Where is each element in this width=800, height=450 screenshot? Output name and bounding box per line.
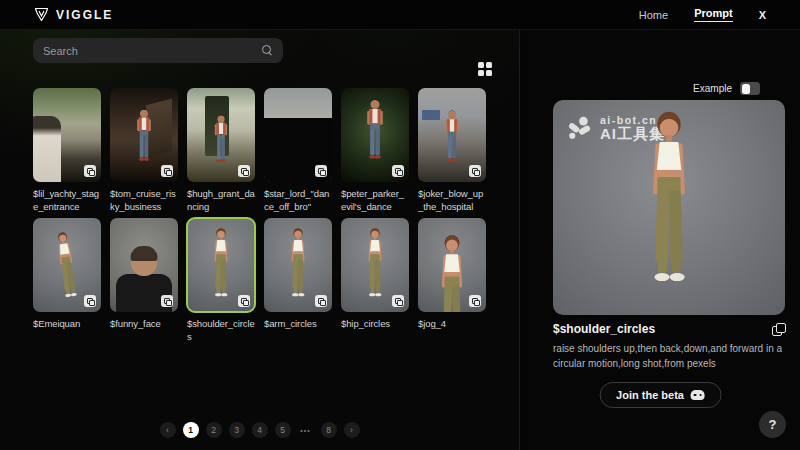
copy-icon[interactable] [469, 295, 481, 307]
page-prev-button[interactable]: ‹ [160, 422, 176, 438]
thumbnail[interactable] [418, 88, 486, 182]
template-shoulder-circles[interactable]: $shoulder_circles [187, 218, 255, 343]
template-label: $star_lord_"dance_off_bro" [264, 187, 332, 213]
viggle-v-icon [34, 7, 49, 22]
template-star-lord[interactable]: $star_lord_"dance_off_bro" [264, 88, 332, 213]
template-hugh-grant[interactable]: $hugh_grant_dancing [187, 88, 255, 213]
template-gallery: $lil_yachty_stage_entrance $tom_cruise_r… [33, 88, 489, 343]
discord-icon [691, 390, 705, 400]
preview-title-row: $shoulder_circles [553, 322, 785, 336]
template-hip-circles[interactable]: $hip_circles [341, 218, 409, 343]
figure [360, 98, 390, 176]
template-label: $Emeiquan [33, 317, 101, 330]
thumbnail[interactable] [110, 88, 178, 182]
brand-name: VIGGLE [56, 8, 113, 22]
copy-icon[interactable] [392, 165, 404, 177]
main-nav: Home Prompt X [639, 7, 766, 22]
thumbnail-selected[interactable] [187, 218, 255, 312]
copy-icon[interactable] [161, 165, 173, 177]
copy-icon[interactable] [315, 165, 327, 177]
page-ellipsis: ••• [298, 422, 314, 438]
template-label: $joker_blow_up_the_hospital [418, 187, 486, 213]
gallery-panel: Search $lil_yachty_stage_entrance $tom_c… [0, 30, 520, 450]
copy-prompt-icon[interactable] [772, 323, 785, 336]
template-label: $peter_parker_evil's_dance [341, 187, 409, 213]
viggle-logo[interactable]: VIGGLE [34, 7, 113, 22]
template-label: $tom_cruise_risky_business [110, 187, 178, 213]
thumbnail[interactable] [418, 218, 486, 312]
thumbnail[interactable] [341, 88, 409, 182]
example-toggle[interactable] [740, 82, 760, 95]
search-placeholder: Search [43, 45, 78, 57]
page-next-button[interactable]: › [344, 422, 360, 438]
preview-title: $shoulder_circles [553, 322, 655, 336]
template-label: $shoulder_circles [187, 317, 255, 343]
search-icon [262, 45, 273, 56]
top-bar: VIGGLE Home Prompt X [0, 0, 800, 30]
nav-prompt[interactable]: Prompt [694, 7, 733, 22]
page-4-button[interactable]: 4 [252, 422, 268, 438]
help-button[interactable]: ? [759, 411, 786, 438]
copy-icon[interactable] [84, 165, 96, 177]
template-label: $arm_circles [264, 317, 332, 330]
pagination: ‹ 1 2 3 4 5 ••• 8 › [33, 422, 486, 438]
page-8-button[interactable]: 8 [321, 422, 337, 438]
ai-bot-logo-icon [567, 116, 593, 140]
figure [46, 228, 88, 308]
thumbnail[interactable] [187, 88, 255, 182]
thumbnail[interactable] [341, 218, 409, 312]
nav-x-link[interactable]: X [759, 9, 766, 21]
copy-icon[interactable] [238, 295, 250, 307]
figure [359, 226, 392, 306]
figure [209, 114, 233, 176]
figure [205, 226, 238, 306]
figure [282, 226, 315, 306]
copy-icon[interactable] [161, 295, 173, 307]
thumbnail[interactable] [264, 218, 332, 312]
template-label: $hip_circles [341, 317, 409, 330]
nav-home[interactable]: Home [639, 9, 668, 21]
grid-view-icon[interactable] [478, 62, 493, 77]
thumbnail[interactable] [33, 88, 101, 182]
example-toggle-row: Example [693, 82, 760, 95]
viggle-app: VIGGLE Home Prompt X Search $lil_yachty_… [0, 0, 800, 450]
template-lil-yachty[interactable]: $lil_yachty_stage_entrance [33, 88, 101, 213]
copy-icon[interactable] [84, 295, 96, 307]
example-label: Example [693, 83, 732, 94]
page-3-button[interactable]: 3 [229, 422, 245, 438]
template-label: $jog_4 [418, 317, 486, 330]
copy-icon[interactable] [315, 295, 327, 307]
template-joker[interactable]: $joker_blow_up_the_hospital [418, 88, 486, 213]
template-label: $lil_yachty_stage_entrance [33, 187, 101, 213]
page-1-button[interactable]: 1 [183, 422, 199, 438]
template-funny-face[interactable]: $funny_face [110, 218, 178, 343]
search-input[interactable]: Search [33, 38, 283, 63]
template-jog-4[interactable]: $jog_4 [418, 218, 486, 343]
template-tom-cruise[interactable]: $tom_cruise_risky_business [110, 88, 178, 213]
join-beta-button[interactable]: Join the beta [599, 382, 722, 408]
join-beta-label: Join the beta [616, 389, 684, 401]
page-2-button[interactable]: 2 [206, 422, 222, 438]
example-preview: ai-bot.cn AI工具集 [553, 100, 785, 315]
copy-icon[interactable] [392, 295, 404, 307]
preview-panel: Example ai-bot.cn AI工具集 $sho [521, 30, 800, 450]
preview-character [628, 107, 710, 309]
figure [33, 116, 61, 182]
template-emeiquan[interactable]: $Emeiquan [33, 218, 101, 343]
template-arm-circles[interactable]: $arm_circles [264, 218, 332, 343]
page-5-button[interactable]: 5 [275, 422, 291, 438]
template-peter-parker[interactable]: $peter_parker_evil's_dance [341, 88, 409, 213]
figure [440, 110, 465, 176]
template-label: $hugh_grant_dancing [187, 187, 255, 213]
copy-icon[interactable] [469, 165, 481, 177]
figure [131, 108, 157, 176]
copy-icon[interactable] [238, 165, 250, 177]
thumbnail[interactable] [264, 88, 332, 182]
thumbnail[interactable] [33, 218, 101, 312]
template-label: $funny_face [110, 317, 178, 330]
preview-description: raise shoulders up,then back,down,and fo… [553, 342, 783, 371]
thumbnail[interactable] [110, 218, 178, 312]
